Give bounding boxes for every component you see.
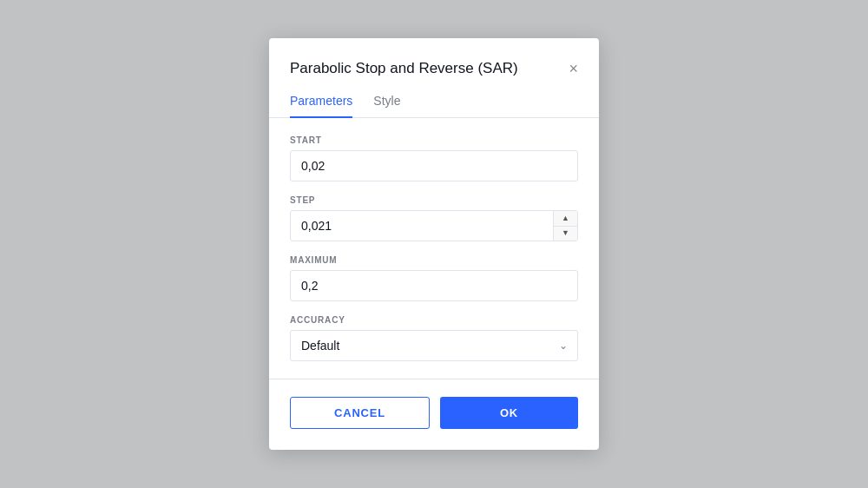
step-input[interactable]: [290, 210, 578, 241]
dialog-body: START STEP ▲ ▼ MAXIMUM ACCURACY: [269, 118, 599, 361]
step-label: STEP: [290, 195, 578, 205]
cancel-button[interactable]: CANCEL: [290, 397, 430, 429]
dialog-footer: CANCEL OK: [269, 379, 599, 450]
accuracy-field-group: ACCURACY Default 0 1 2 3 4 5 ⌄: [290, 315, 578, 361]
dialog: Parabolic Stop and Reverse (SAR) × Param…: [269, 38, 599, 450]
accuracy-select[interactable]: Default 0 1 2 3 4 5: [290, 330, 578, 361]
spinner-down-button[interactable]: ▼: [554, 227, 577, 241]
step-spinner-wrapper: ▲ ▼: [290, 210, 578, 241]
tab-parameters[interactable]: Parameters: [290, 94, 352, 118]
dialog-title: Parabolic Stop and Reverse (SAR): [290, 59, 518, 78]
dialog-header: Parabolic Stop and Reverse (SAR) ×: [269, 38, 599, 78]
step-field-group: STEP ▲ ▼: [290, 195, 578, 241]
start-input[interactable]: [290, 150, 578, 181]
tabs: Parameters Style: [269, 94, 599, 118]
tab-style[interactable]: Style: [373, 94, 400, 118]
accuracy-select-wrapper: Default 0 1 2 3 4 5 ⌄: [290, 330, 578, 361]
maximum-input[interactable]: [290, 270, 578, 301]
maximum-field-group: MAXIMUM: [290, 255, 578, 301]
maximum-label: MAXIMUM: [290, 255, 578, 265]
spinner-buttons: ▲ ▼: [553, 211, 577, 241]
close-button[interactable]: ×: [569, 61, 578, 76]
accuracy-label: ACCURACY: [290, 315, 578, 325]
ok-button[interactable]: OK: [440, 397, 578, 429]
spinner-up-button[interactable]: ▲: [554, 211, 577, 227]
start-label: START: [290, 135, 578, 145]
dialog-overlay: Parabolic Stop and Reverse (SAR) × Param…: [0, 0, 868, 488]
start-field-group: START: [290, 135, 578, 181]
